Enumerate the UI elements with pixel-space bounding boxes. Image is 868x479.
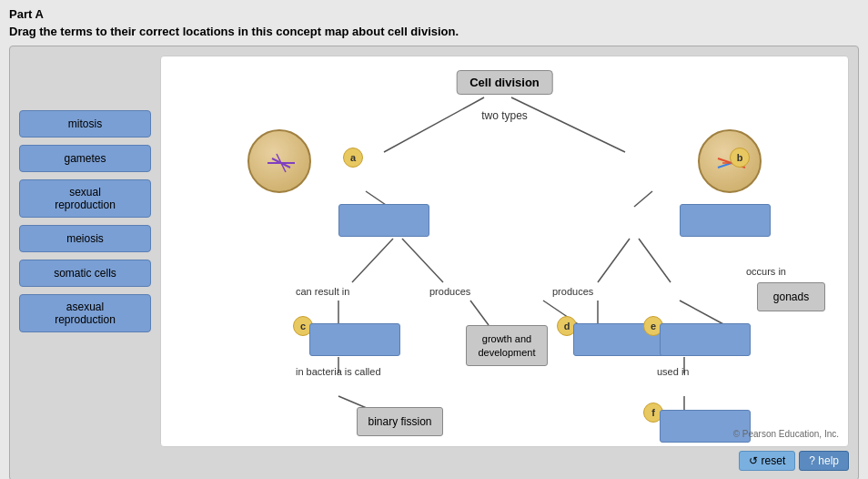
term-gametes[interactable]: gametes [19,145,151,172]
gonads-box: gonads [757,282,825,311]
used-in-label: used in [657,366,689,377]
svg-line-11 [639,239,671,282]
two-types-label: two types [481,109,528,122]
svg-line-1 [511,97,625,152]
bottom-bar: ↺ reset ? help [19,447,849,471]
circle-label-b: b [730,148,750,168]
svg-line-5 [402,239,443,282]
term-sexual-reproduction[interactable]: sexual reproduction [19,179,151,218]
occurs-in-label: occurs in [746,266,786,277]
svg-line-7 [470,301,489,325]
produces-right-label: produces [552,286,593,297]
answer-box-c[interactable] [309,323,400,356]
answer-box-e[interactable] [660,323,751,356]
help-button[interactable]: ? help [799,451,849,471]
circle-label-a: a [343,148,363,168]
reset-button[interactable]: ↺ reset [739,451,795,471]
concept-map: Cell division two types [160,56,849,447]
copyright: © Pearson Education, Inc. [733,429,839,439]
svg-line-4 [352,239,393,282]
term-asexual-reproduction[interactable]: asexual reproduction [19,294,151,332]
part-label: Part A [9,7,859,21]
can-result-in-label: can result in [296,286,349,297]
svg-line-3 [634,191,652,207]
content-area: mitosis gametes sexual reproduction meio… [19,56,849,447]
binary-fission-box: binary fission [357,407,443,436]
terms-sidebar: mitosis gametes sexual reproduction meio… [19,56,151,447]
term-somatic-cells[interactable]: somatic cells [19,260,151,287]
term-mitosis[interactable]: mitosis [19,110,151,138]
term-meiosis[interactable]: meiosis [19,225,151,252]
answer-box-b[interactable] [680,204,771,237]
svg-line-10 [598,239,630,282]
svg-line-0 [384,97,484,152]
instructions: Drag the terms to their correct location… [9,25,859,38]
answer-box-a[interactable] [338,204,429,237]
cell-division-title: Cell division [456,70,553,95]
cell-image-left [247,129,311,193]
in-bacteria-label: in bacteria is called [296,366,381,377]
main-container: mitosis gametes sexual reproduction meio… [9,46,859,479]
produces-left-label: produces [429,286,470,297]
growth-development-box: growth and development [466,325,548,366]
svg-line-13 [680,301,725,325]
